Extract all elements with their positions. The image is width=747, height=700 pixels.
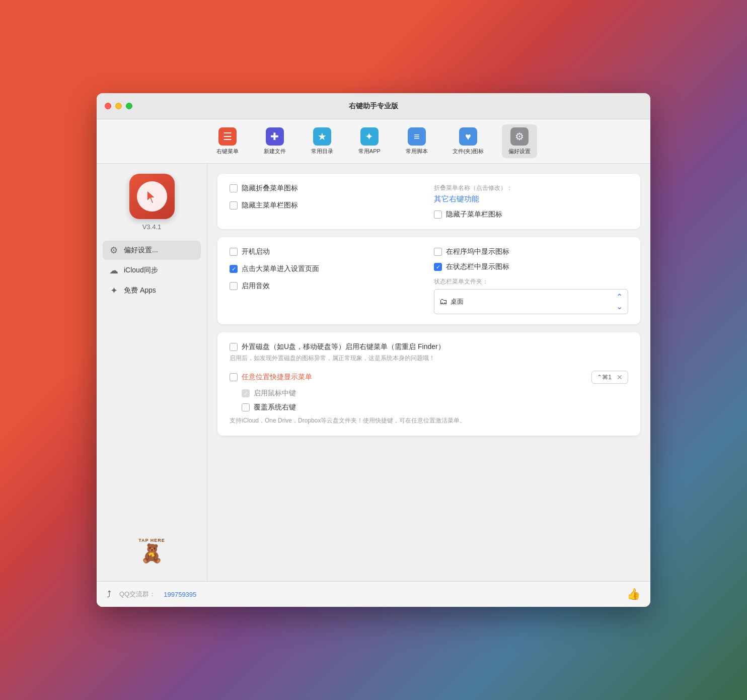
startup-checkbox[interactable] — [230, 248, 238, 256]
mouse-middle-item: ✓ 启用鼠标中键 — [242, 389, 628, 398]
common-script-icon: ≡ — [408, 127, 426, 146]
mouse-middle-checkbox: ✓ — [242, 389, 250, 397]
override-right-click-checkbox[interactable] — [242, 403, 250, 411]
toolbar: ☰ 右键菜单 ✚ 新建文件 ★ 常用目录 ✦ 常用APP ≡ 常用脚本 ♥ 文件… — [97, 119, 650, 164]
show-dock-label: 在程序坞中显示图标 — [446, 247, 509, 256]
mascot-icon: 🧸 — [140, 543, 163, 564]
toolbar-item-preferences[interactable]: ⚙ 偏好设置 — [502, 124, 537, 158]
anywhere-section: 任意位置快捷显示菜单 ⌃⌘1 ✕ ✓ 启用鼠标中键 — [230, 371, 628, 426]
click-main-checkbox[interactable]: ✓ — [230, 265, 238, 273]
shortcut-close-icon[interactable]: ✕ — [617, 373, 623, 381]
hide-fold-icon-checkbox[interactable] — [230, 184, 238, 192]
sidebar-label-preferences: 偏好设置... — [124, 246, 158, 255]
hide-submenu-icon-checkbox[interactable] — [434, 211, 442, 219]
toolbar-label-preferences: 偏好设置 — [508, 148, 531, 155]
sound-label: 启用音效 — [242, 282, 270, 291]
close-button[interactable] — [105, 103, 111, 109]
hide-main-menu-icon-label: 隐藏主菜单栏图标 — [242, 201, 298, 210]
toolbar-item-common-dir[interactable]: ★ 常用目录 — [305, 124, 340, 158]
startup-label: 开机启动 — [242, 247, 270, 256]
sidebar-item-icloud[interactable]: ☁ iCloud同步 — [103, 261, 201, 280]
anywhere-checkbox[interactable] — [230, 373, 238, 381]
content-area: V3.4.1 ⚙ 偏好设置... ☁ iCloud同步 ✦ 免费 Apps TA… — [97, 164, 650, 581]
override-right-click-item[interactable]: 覆盖系统右键 — [242, 403, 628, 412]
fold-name-label: 折叠菜单名称（点击修改）： — [434, 184, 628, 192]
statusbar-folder-label: 状态栏菜单文件夹： — [434, 277, 628, 286]
external-disk-checkbox[interactable] — [230, 343, 238, 351]
sound-item[interactable]: 启用音效 — [230, 282, 424, 291]
fold-name-section: 折叠菜单名称（点击修改）： 其它右键功能 — [434, 184, 628, 204]
main-panel: 隐藏折叠菜单图标 隐藏主菜单栏图标 折叠菜单名称（点击修改）： 其它右键功能 — [207, 164, 650, 581]
sidebar: V3.4.1 ⚙ 偏好设置... ☁ iCloud同步 ✦ 免费 Apps TA… — [97, 164, 207, 581]
show-statusbar-item[interactable]: ✓ 在状态栏中显示图标 — [434, 262, 628, 271]
like-button[interactable]: 👍 — [627, 588, 640, 601]
free-apps-icon: ✦ — [109, 285, 119, 296]
card1-right: 折叠菜单名称（点击修改）： 其它右键功能 隐藏子菜单栏图标 — [434, 184, 628, 219]
toolbar-label-new-file: 新建文件 — [264, 148, 286, 155]
app-icon — [129, 174, 175, 219]
titlebar: 右键助手专业版 — [97, 93, 650, 119]
card-fold-menu: 隐藏折叠菜单图标 隐藏主菜单栏图标 折叠菜单名称（点击修改）： 其它右键功能 — [217, 174, 640, 229]
qq-number[interactable]: 199759395 — [164, 591, 196, 598]
card1-left: 隐藏折叠菜单图标 隐藏主菜单栏图标 — [230, 184, 424, 210]
sub-options: ✓ 启用鼠标中键 覆盖系统右键 — [242, 389, 628, 412]
external-disk-label: 外置磁盘（如U盘，移动硬盘等）启用右键菜单（需重启 Finder） — [242, 342, 445, 352]
toolbar-label-common-dir: 常用目录 — [311, 148, 333, 155]
sidebar-label-free-apps: 免费 Apps — [124, 286, 156, 295]
tap-here-button[interactable]: TAP HERE 🧸 — [132, 531, 172, 571]
show-statusbar-checkbox[interactable]: ✓ — [434, 263, 442, 271]
common-app-icon: ✦ — [360, 127, 379, 146]
hide-main-menu-icon-item[interactable]: 隐藏主菜单栏图标 — [230, 201, 424, 210]
card-launch-settings: 开机启动 ✓ 点击大菜单进入设置页面 启用音效 — [217, 237, 640, 324]
toolbar-item-common-app[interactable]: ✦ 常用APP — [352, 124, 387, 158]
fold-name-value[interactable]: 其它右键功能 — [434, 194, 628, 204]
window-title: 右键助手专业版 — [349, 102, 398, 111]
folder-select-arrow-icon: ⌃⌄ — [616, 292, 623, 311]
support-text: 支持iCloud，One Drive，Dropbox等云盘文件夹！使用快捷键，可… — [230, 416, 628, 426]
mouse-middle-label: 启用鼠标中键 — [254, 389, 296, 398]
shortcut-keys: ⌃⌘1 — [597, 374, 612, 381]
click-main-item[interactable]: ✓ 点击大菜单进入设置页面 — [230, 264, 424, 273]
sidebar-bottom: TAP HERE 🧸 — [132, 531, 172, 571]
toolbar-label-right-click-menu: 右键菜单 — [216, 148, 239, 155]
cursor-icon — [142, 186, 162, 206]
toolbar-item-new-file[interactable]: ✚ 新建文件 — [257, 124, 292, 158]
preferences-sidebar-icon: ⚙ — [109, 245, 119, 256]
tap-here-label: TAP HERE — [138, 538, 165, 543]
external-disk-item[interactable]: 外置磁盘（如U盘，移动硬盘等）启用右键菜单（需重启 Finder） — [230, 342, 628, 352]
toolbar-label-file-folder: 文件(夹)图标 — [453, 148, 484, 155]
card1-row: 隐藏折叠菜单图标 隐藏主菜单栏图标 折叠菜单名称（点击修改）： 其它右键功能 — [230, 184, 628, 219]
qq-label: QQ交流群： — [119, 590, 156, 599]
sidebar-item-free-apps[interactable]: ✦ 免费 Apps — [103, 281, 201, 300]
hide-fold-icon-label: 隐藏折叠菜单图标 — [242, 184, 298, 193]
new-file-icon: ✚ — [266, 127, 284, 146]
common-dir-icon: ★ — [313, 127, 331, 146]
startup-item[interactable]: 开机启动 — [230, 247, 424, 256]
shortcut-display[interactable]: ⌃⌘1 ✕ — [591, 371, 628, 384]
anywhere-item[interactable]: 任意位置快捷显示菜单 — [230, 373, 312, 382]
card-external-shortcut: 外置磁盘（如U盘，移动硬盘等）启用右键菜单（需重启 Finder） 启用后，如发… — [217, 332, 640, 436]
toolbar-item-common-script[interactable]: ≡ 常用脚本 — [399, 124, 434, 158]
folder-select-dropdown[interactable]: 🗂 桌面 ⌃⌄ — [434, 289, 628, 314]
sound-checkbox[interactable] — [230, 282, 238, 290]
toolbar-item-file-folder[interactable]: ♥ 文件(夹)图标 — [446, 124, 490, 158]
show-dock-checkbox[interactable] — [434, 248, 442, 256]
hide-submenu-icon-item[interactable]: 隐藏子菜单栏图标 — [434, 210, 628, 219]
folder-icon: 🗂 — [439, 297, 447, 306]
override-right-click-label: 覆盖系统右键 — [254, 403, 296, 412]
toolbar-item-right-click-menu[interactable]: ☰ 右键菜单 — [210, 124, 245, 158]
sidebar-item-preferences[interactable]: ⚙ 偏好设置... — [103, 241, 201, 260]
hide-fold-icon-item[interactable]: 隐藏折叠菜单图标 — [230, 184, 424, 193]
toolbar-label-common-app: 常用APP — [358, 148, 381, 155]
show-dock-item[interactable]: 在程序坞中显示图标 — [434, 247, 628, 256]
icloud-icon: ☁ — [109, 265, 119, 276]
export-icon[interactable]: ⤴ — [107, 589, 111, 600]
maximize-button[interactable] — [126, 103, 132, 109]
traffic-lights — [105, 103, 132, 109]
sidebar-label-icloud: iCloud同步 — [124, 266, 158, 275]
hide-submenu-icon-label: 隐藏子菜单栏图标 — [446, 210, 502, 219]
click-main-label: 点击大菜单进入设置页面 — [242, 264, 319, 273]
toolbar-label-common-script: 常用脚本 — [406, 148, 428, 155]
hide-main-menu-icon-checkbox[interactable] — [230, 201, 238, 209]
minimize-button[interactable] — [115, 103, 122, 109]
